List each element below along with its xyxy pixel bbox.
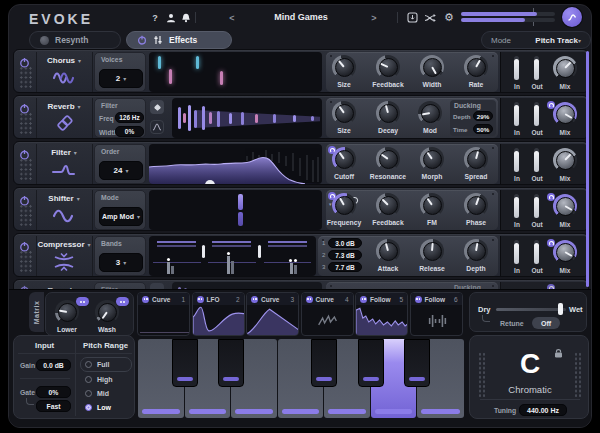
depth-knob[interactable] [464, 239, 488, 263]
cutoff-knob[interactable] [332, 147, 356, 171]
mode-dropdown[interactable]: Mode Pitch Track [481, 31, 591, 49]
release-knob[interactable] [420, 239, 444, 263]
mod-connect-icon[interactable] [360, 296, 367, 303]
order-dropdown[interactable]: 24 [99, 161, 143, 180]
morph-knob[interactable] [420, 147, 444, 171]
feedback-knob[interactable] [376, 193, 400, 217]
effect-type-dropdown[interactable]: Filter [38, 146, 90, 158]
mod-knob[interactable] [418, 101, 442, 125]
account-icon[interactable] [164, 11, 178, 24]
limiter-curve-button[interactable] [562, 7, 582, 27]
tab-effects[interactable]: Effects [126, 31, 232, 49]
ducking-panel: Ducking Depth 29% Time 50% [450, 100, 496, 136]
effect-type-dropdown[interactable]: Reverb [38, 100, 90, 112]
resonance-knob[interactable] [376, 147, 400, 171]
tag-mode-button[interactable] [150, 100, 164, 114]
drag-handle[interactable] [19, 112, 33, 136]
help-icon[interactable]: ? [148, 11, 162, 24]
decay-knob[interactable] [376, 101, 400, 125]
drag-handle[interactable] [19, 66, 33, 90]
mod-connect-icon[interactable] [306, 296, 313, 303]
effect-type-dropdown[interactable]: Compressor [36, 238, 92, 250]
size-knob[interactable] [332, 55, 356, 79]
spread-knob[interactable] [464, 147, 488, 171]
randomize-icon[interactable] [423, 11, 437, 24]
prev-preset-button[interactable]: < [225, 11, 239, 24]
drag-handle[interactable] [19, 158, 33, 182]
mod-connect-icon[interactable] [197, 296, 204, 303]
voices-dropdown[interactable]: 2 [99, 69, 143, 88]
key-Dsharp[interactable] [218, 339, 244, 387]
key-Asharp[interactable] [404, 339, 430, 387]
band2-value[interactable]: 7.3 dB [328, 250, 362, 260]
radio-full[interactable] [85, 361, 92, 368]
rate-knob[interactable] [464, 55, 488, 79]
mod-connect-icon[interactable] [142, 296, 149, 303]
root-note[interactable]: C [470, 348, 590, 380]
drag-handle[interactable] [19, 204, 33, 228]
bell-curve-button[interactable] [150, 120, 164, 134]
mix-label: Mix [560, 83, 571, 90]
tuning-value[interactable]: 440.00 Hz [519, 404, 567, 416]
wash-knob[interactable] [95, 300, 119, 324]
mod-connect-icon[interactable] [251, 296, 258, 303]
band1-value[interactable]: 3.0 dB [328, 238, 362, 248]
modulator-cell-5[interactable]: Follow 5 [355, 292, 408, 336]
effect-type-dropdown[interactable]: Shifter [38, 192, 90, 204]
retune-label: Retune [500, 320, 524, 327]
fm-knob[interactable] [420, 193, 444, 217]
key-Csharp[interactable] [172, 339, 198, 387]
radio-mid[interactable] [85, 390, 92, 397]
mode-dropdown[interactable]: Amp Mod [99, 207, 143, 226]
retune-toggle[interactable]: Off [532, 317, 560, 329]
mix-knob[interactable] [553, 148, 577, 172]
save-icon[interactable] [405, 11, 419, 24]
bands-dropdown[interactable]: 3 [99, 253, 143, 272]
next-preset-button[interactable]: > [367, 11, 381, 24]
attack-knob[interactable] [376, 239, 400, 263]
out-meter [534, 56, 539, 80]
lower-knob[interactable] [55, 300, 79, 324]
keyboard [138, 339, 464, 418]
key-Gsharp[interactable] [358, 339, 384, 387]
settings-gear-icon[interactable]: ⚙ [442, 11, 456, 24]
modulator-cell-2[interactable]: LFO 2 [192, 292, 245, 336]
width-value[interactable]: 0% [115, 126, 144, 137]
mix-knob[interactable] [553, 102, 577, 126]
time-value[interactable]: 50% [473, 124, 493, 134]
radio-high[interactable] [85, 376, 92, 383]
modulator-cell-1[interactable]: Curve 1 [137, 292, 190, 336]
band3-value[interactable]: 7.7 dB [328, 262, 362, 272]
dry-wet-slider-track[interactable] [496, 308, 566, 311]
voices-panel: Voices 2 [94, 52, 146, 92]
effects-scrollbar[interactable] [586, 51, 589, 287]
feedback-knob[interactable] [376, 55, 400, 79]
gate-speed-button[interactable]: Fast [36, 400, 71, 412]
mod-connect-icon[interactable] [415, 296, 422, 303]
gain-value[interactable]: 0.0 dB [36, 359, 71, 371]
notifications-bell-icon[interactable] [179, 11, 193, 24]
dry-wet-slider-handle[interactable] [558, 303, 563, 315]
freq-value[interactable]: 126 Hz [115, 112, 144, 123]
effect-type-dropdown[interactable]: Chorus [38, 54, 90, 66]
depth-value[interactable]: 29% [473, 111, 493, 121]
mix-knob[interactable] [553, 240, 577, 264]
scale-mode[interactable]: Chromatic [470, 384, 590, 395]
modulator-cell-6[interactable]: Follow 6 [410, 292, 463, 336]
gate-value[interactable]: 0% [36, 386, 71, 398]
mod-index: 3 [290, 296, 294, 303]
key-Fsharp[interactable] [311, 339, 337, 387]
mix-knob[interactable] [553, 194, 577, 218]
radio-low[interactable] [85, 404, 92, 411]
mix-knob[interactable] [553, 56, 577, 80]
size-knob[interactable] [332, 101, 356, 125]
width-knob[interactable] [420, 55, 444, 79]
mod-type: LFO [207, 296, 220, 303]
modulator-cell-3[interactable]: Curve 3 [246, 292, 299, 336]
tab-resynth[interactable]: Resynth [29, 31, 121, 49]
drag-handle[interactable] [19, 250, 33, 274]
frequency-knob[interactable] [332, 193, 356, 217]
modulator-cell-4[interactable]: Curve 4 [301, 292, 354, 336]
phase-knob[interactable] [464, 193, 488, 217]
matrix-tab[interactable]: Matrix [29, 292, 44, 332]
